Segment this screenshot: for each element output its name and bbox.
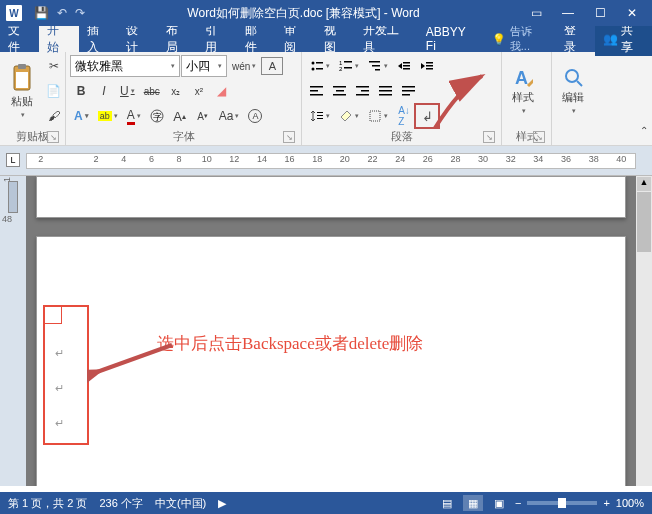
tab-insert[interactable]: 插入 — [79, 26, 118, 52]
bullets-button[interactable]: ▾ — [306, 55, 334, 77]
annotation-text: 选中后点击Backspace或者delete删除 — [157, 332, 423, 355]
share-button[interactable]: 👥共享 — [595, 22, 652, 56]
horizontal-ruler[interactable]: 2246810121416182022242628303234363840 — [26, 153, 636, 169]
svg-rect-33 — [379, 94, 392, 96]
group-styles: A 样式▾ 样式↘ — [502, 52, 552, 145]
svg-rect-26 — [336, 90, 344, 92]
qat-undo-icon[interactable]: ↶ — [57, 6, 67, 20]
char-border-button[interactable]: A — [261, 57, 283, 75]
align-center-button[interactable] — [329, 80, 351, 102]
numbering-button[interactable]: 12▾ — [335, 55, 363, 77]
tab-mailings[interactable]: 邮件 — [237, 26, 276, 52]
align-left-button[interactable] — [306, 80, 328, 102]
grow-font-button[interactable]: A▴ — [169, 105, 191, 127]
tab-design[interactable]: 设计 — [118, 26, 157, 52]
enclose-char-button[interactable]: A — [244, 105, 266, 127]
styles-button[interactable]: A 样式▾ — [506, 55, 540, 127]
char-shading-button[interactable]: 字 — [146, 105, 168, 127]
tab-selector-button[interactable]: L — [6, 153, 20, 167]
italic-button[interactable]: I — [93, 80, 115, 102]
signin-link[interactable]: 登录 — [556, 22, 595, 56]
subscript-button[interactable]: x₂ — [165, 80, 187, 102]
phonetic-guide-button[interactable]: wén▾ — [228, 55, 260, 77]
decrease-indent-button[interactable] — [393, 55, 415, 77]
share-icon: 👥 — [603, 32, 618, 46]
status-words[interactable]: 236 个字 — [99, 496, 142, 511]
qat-redo-icon[interactable]: ↷ — [75, 6, 85, 20]
status-language[interactable]: 中文(中国) — [155, 496, 206, 511]
styles-launcher-icon[interactable]: ↘ — [533, 131, 545, 143]
cut-button[interactable]: ✂ — [42, 55, 65, 77]
view-web-button[interactable]: ▣ — [489, 495, 509, 511]
align-right-button[interactable] — [352, 80, 374, 102]
strike-button[interactable]: abc — [140, 80, 164, 102]
font-launcher-icon[interactable]: ↘ — [283, 131, 295, 143]
change-case-button[interactable]: Aa▾ — [215, 105, 244, 127]
highlight-button[interactable]: ab▾ — [94, 105, 122, 127]
tell-me-search[interactable]: 💡告诉我... — [486, 24, 556, 54]
tab-references[interactable]: 引用 — [197, 26, 236, 52]
paragraph-launcher-icon[interactable]: ↘ — [483, 131, 495, 143]
red-cursor-box — [44, 306, 62, 324]
text-effects-button[interactable]: A▾ — [70, 105, 93, 127]
distributed-button[interactable] — [398, 80, 420, 102]
line-spacing-button[interactable]: ▾ — [306, 105, 334, 127]
tab-developer[interactable]: 开发工具 — [355, 26, 418, 52]
tab-file[interactable]: 文件 — [0, 26, 39, 52]
svg-rect-23 — [310, 90, 318, 92]
tab-view[interactable]: 视图 — [316, 26, 355, 52]
status-page[interactable]: 第 1 页，共 2 页 — [8, 496, 87, 511]
bold-button[interactable]: B — [70, 80, 92, 102]
close-button[interactable]: ✕ — [618, 3, 646, 23]
vertical-ruler[interactable]: 1 48 — [0, 176, 26, 486]
view-print-button[interactable]: ▦ — [463, 495, 483, 511]
multilevel-button[interactable]: ▾ — [364, 55, 392, 77]
minimize-button[interactable]: ― — [554, 3, 582, 23]
copy-button[interactable]: 📄 — [42, 80, 65, 102]
font-size-combo[interactable]: 小四▾ — [181, 55, 227, 77]
sort-button[interactable]: A↓Z — [393, 105, 415, 127]
shading-button[interactable]: ▾ — [335, 105, 363, 127]
increase-indent-button[interactable] — [416, 55, 438, 77]
clipboard-launcher-icon[interactable]: ↘ — [47, 131, 59, 143]
font-color-button[interactable]: A▾ — [123, 105, 145, 127]
zoom-level[interactable]: 100% — [616, 497, 644, 509]
shrink-font-button[interactable]: A▾ — [192, 105, 214, 127]
paste-button[interactable]: 粘贴 ▾ — [4, 55, 40, 127]
clipboard-icon — [10, 64, 34, 92]
format-painter-button[interactable]: 🖌 — [42, 105, 65, 127]
font-family-combo[interactable]: 微软雅黑▾ — [70, 55, 180, 77]
borders-button[interactable]: ▾ — [364, 105, 392, 127]
svg-rect-30 — [356, 94, 369, 96]
page-1[interactable] — [36, 176, 626, 218]
eraser-icon: ◢ — [217, 84, 226, 98]
collapse-ribbon-button[interactable]: ⌃ — [633, 119, 652, 141]
tab-review[interactable]: 审阅 — [276, 26, 315, 52]
copy-icon: 📄 — [46, 84, 61, 98]
qat-save-icon[interactable]: 💾 — [34, 6, 49, 20]
superscript-button[interactable]: x² — [188, 80, 210, 102]
show-hide-marks-button[interactable]: ↲ — [416, 105, 438, 127]
red-selection-box — [43, 305, 89, 445]
tab-home[interactable]: 开始 — [39, 26, 78, 52]
svg-rect-20 — [426, 65, 433, 67]
zoom-slider[interactable] — [527, 501, 597, 505]
editing-button[interactable]: 编辑▾ — [556, 55, 590, 127]
tab-abbyy[interactable]: ABBYY Fi — [418, 26, 486, 52]
zoom-in-button[interactable]: + — [603, 497, 609, 509]
svg-rect-13 — [369, 61, 380, 63]
underline-button[interactable]: U▾ — [116, 80, 139, 102]
page-2[interactable]: ↵ ↵ ↵ 选中后点击Backspace或者delete删除 — [36, 236, 626, 486]
ribbon-options-icon[interactable]: ▭ — [522, 3, 550, 23]
document-area[interactable]: 1 48 ▲ ↵ ↵ ↵ 选中后点击Backspace或者delete删除 — [0, 176, 652, 486]
status-macro-icon[interactable]: ▶ — [218, 497, 226, 510]
zoom-out-button[interactable]: − — [515, 497, 521, 509]
svg-rect-19 — [426, 62, 433, 64]
view-read-button[interactable]: ▤ — [437, 495, 457, 511]
tab-layout[interactable]: 布局 — [158, 26, 197, 52]
justify-button[interactable] — [375, 80, 397, 102]
window-title: Word如何删除空白页.doc [兼容模式] - Word — [85, 5, 522, 22]
maximize-button[interactable]: ☐ — [586, 3, 614, 23]
vertical-scrollbar[interactable]: ▲ — [636, 176, 652, 486]
clear-format-button[interactable]: ◢ — [211, 80, 233, 102]
